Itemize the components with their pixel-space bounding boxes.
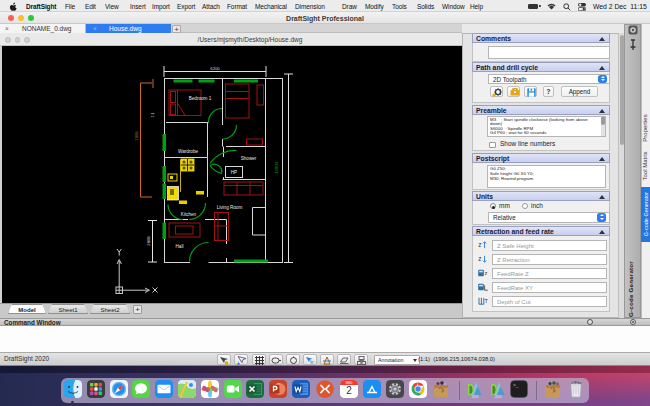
svg-text:12000: 12000 — [274, 162, 279, 174]
svg-text:Hall: Hall — [176, 244, 184, 249]
svg-text:2.1: 2.1 — [151, 113, 155, 118]
svg-text:2020: 2020 — [472, 395, 479, 399]
svg-text:z: z — [485, 270, 488, 276]
svg-text:Wardrobe: Wardrobe — [178, 149, 198, 154]
svg-text:>_: >_ — [513, 383, 519, 388]
svg-text:6200: 6200 — [210, 66, 220, 71]
svg-text:Shower: Shower — [241, 156, 257, 161]
svg-text:T: T — [485, 298, 488, 304]
svg-text:z: z — [478, 255, 481, 262]
svg-text:Bedroom 1: Bedroom 1 — [189, 96, 212, 101]
svg-text:z: z — [478, 241, 481, 248]
svg-text:Kitchen: Kitchen — [181, 212, 197, 217]
svg-text:2808: 2808 — [146, 236, 151, 246]
svg-text:WED: WED — [346, 381, 354, 385]
svg-text:7006: 7006 — [134, 131, 139, 141]
svg-text:2: 2 — [346, 385, 352, 396]
svg-text:2020: 2020 — [495, 395, 502, 399]
svg-text:HP: HP — [231, 170, 237, 175]
svg-text:Living Room: Living Room — [217, 205, 243, 210]
